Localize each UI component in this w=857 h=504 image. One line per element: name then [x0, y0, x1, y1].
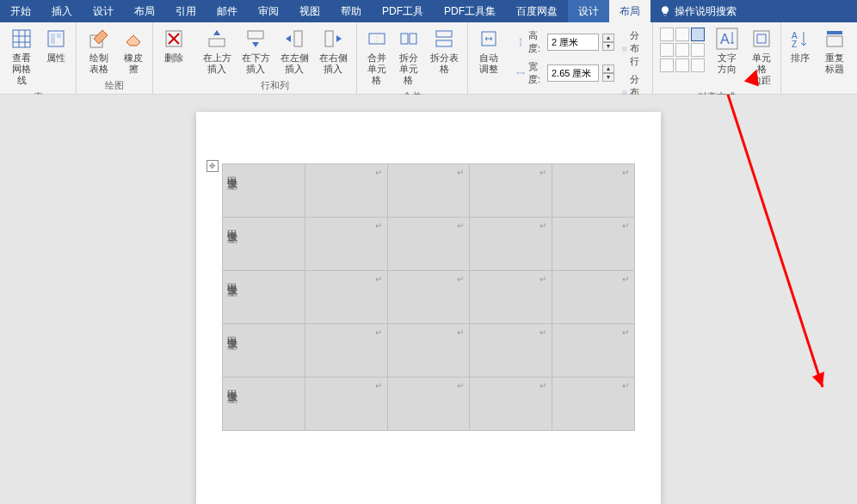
- align-mid-left[interactable]: [660, 43, 674, 57]
- document-table[interactable]: 甲虫课堂 ↵ ↵ ↵ ↵ 甲虫课堂 ↵ ↵ ↵ ↵ 甲虫课堂 ↵ ↵: [222, 163, 635, 431]
- tab-start[interactable]: 开始: [0, 0, 41, 22]
- autofit-button[interactable]: 自动调整: [472, 24, 506, 77]
- tab-table-design[interactable]: 设计: [568, 0, 609, 22]
- page: ✥ 甲虫课堂 ↵ ↵ ↵ ↵ 甲虫课堂 ↵ ↵ ↵ ↵ 甲虫课堂: [196, 112, 661, 504]
- merge-cells-button[interactable]: 合并 单元格: [361, 24, 392, 89]
- repeat-header-button[interactable]: 重复标题: [816, 24, 854, 77]
- split-table-button[interactable]: 拆分表格: [424, 24, 464, 77]
- table-cell[interactable]: ↵: [305, 164, 387, 218]
- tab-references[interactable]: 引用: [165, 0, 207, 22]
- table-cell[interactable]: ↵: [387, 324, 470, 378]
- document-area[interactable]: ✥ 甲虫课堂 ↵ ↵ ↵ ↵ 甲虫课堂 ↵ ↵ ↵ ↵ 甲虫课堂: [0, 95, 857, 504]
- properties-button[interactable]: 属性: [40, 24, 72, 66]
- insert-below-button[interactable]: 在下方插入: [237, 24, 275, 77]
- merge-icon: [365, 27, 389, 51]
- table-cell[interactable]: ↵: [552, 271, 635, 324]
- table-cell[interactable]: ↵: [470, 324, 552, 378]
- tab-review[interactable]: 审阅: [248, 0, 289, 22]
- table-cell[interactable]: ↵: [387, 164, 470, 218]
- draw-table-button[interactable]: 绘制表格: [80, 24, 118, 77]
- width-input[interactable]: [547, 65, 599, 82]
- view-gridlines-button[interactable]: 查看 网格线: [3, 24, 40, 89]
- table-cell[interactable]: ↵: [552, 164, 635, 218]
- align-bot-left[interactable]: [660, 58, 674, 72]
- align-bot-right[interactable]: [691, 58, 705, 72]
- table-cell[interactable]: 甲虫课堂: [223, 378, 305, 431]
- alignment-grid[interactable]: [657, 24, 708, 76]
- tab-baidu[interactable]: 百度网盘: [506, 0, 568, 22]
- svg-rect-12: [209, 39, 225, 46]
- table-cell[interactable]: 甲虫课堂: [223, 324, 305, 378]
- delete-button[interactable]: 删除: [157, 24, 191, 66]
- sort-button[interactable]: AZ 排序: [785, 24, 816, 66]
- split-cells-icon: [397, 27, 421, 51]
- insert-right-button[interactable]: 在右侧插入: [314, 24, 353, 77]
- align-top-left[interactable]: [660, 28, 674, 41]
- svg-rect-31: [754, 31, 769, 46]
- tab-view[interactable]: 视图: [289, 0, 330, 22]
- table-cell[interactable]: 甲虫课堂: [223, 164, 305, 218]
- table-cell[interactable]: ↵: [305, 271, 387, 324]
- split-cells-button[interactable]: 拆分 单元格: [392, 24, 424, 89]
- repeat-header-icon: [823, 27, 847, 51]
- table-cell[interactable]: ↵: [552, 378, 635, 431]
- insert-left-button[interactable]: 在左侧插入: [275, 24, 314, 77]
- svg-rect-18: [401, 34, 408, 44]
- table-cell[interactable]: ↵: [305, 324, 387, 378]
- svg-rect-15: [325, 31, 333, 46]
- table-cell[interactable]: ↵: [552, 218, 635, 271]
- table-cell[interactable]: 甲虫课堂: [223, 218, 305, 271]
- table-cell[interactable]: ↵: [470, 218, 552, 271]
- svg-rect-7: [57, 34, 61, 38]
- svg-rect-13: [248, 31, 263, 39]
- svg-rect-5: [48, 31, 64, 46]
- width-icon: [516, 67, 525, 79]
- cell-margins-button[interactable]: 单元格 边距: [746, 24, 777, 89]
- svg-rect-36: [827, 36, 842, 46]
- cell-margins-icon: [749, 27, 774, 51]
- tab-mailings[interactable]: 邮件: [207, 0, 248, 22]
- pencil-icon: [87, 27, 111, 51]
- height-stepper[interactable]: ▲▼: [602, 34, 614, 51]
- align-mid-center[interactable]: [675, 43, 689, 57]
- align-mid-right[interactable]: [691, 43, 705, 57]
- table-move-handle[interactable]: ✥: [207, 160, 219, 172]
- group-merge: 合并 单元格 拆分 单元格 拆分表格 合并: [357, 22, 468, 94]
- insert-above-button[interactable]: 在上方插入: [198, 24, 237, 77]
- tab-pdf-toolset[interactable]: PDF工具集: [434, 0, 506, 22]
- distribute-rows-button[interactable]: 分布行: [621, 29, 645, 68]
- tab-help[interactable]: 帮助: [330, 0, 372, 22]
- width-stepper[interactable]: ▲▼: [602, 65, 614, 82]
- table-cell[interactable]: ↵: [470, 164, 552, 218]
- table-row: 甲虫课堂 ↵ ↵ ↵ ↵: [223, 218, 635, 271]
- eraser-button[interactable]: 橡皮擦: [118, 24, 149, 77]
- eraser-icon: [121, 27, 145, 51]
- table-cell[interactable]: ↵: [305, 218, 387, 271]
- gridlines-icon: [9, 27, 34, 51]
- svg-rect-20: [436, 31, 452, 37]
- tab-pdf-tools[interactable]: PDF工具: [372, 0, 434, 22]
- align-bot-center[interactable]: [675, 58, 689, 72]
- table-cell[interactable]: ↵: [305, 378, 387, 431]
- properties-icon: [44, 27, 68, 51]
- text-direction-button[interactable]: A 文字方向: [708, 24, 746, 77]
- svg-rect-6: [51, 34, 55, 44]
- height-input[interactable]: [547, 34, 599, 51]
- table-cell[interactable]: ↵: [470, 271, 552, 324]
- table-cell[interactable]: ↵: [387, 378, 470, 431]
- table-row: 甲虫课堂 ↵ ↵ ↵ ↵: [223, 271, 635, 324]
- table-cell[interactable]: 甲虫课堂: [223, 271, 305, 324]
- tab-layout[interactable]: 布局: [124, 0, 165, 22]
- table-cell[interactable]: ↵: [470, 378, 552, 431]
- group-cell-size: 高度: ▲▼ 宽度: ▲▼ 分布行 分布列: [509, 22, 653, 94]
- group-autofit: 自动调整: [468, 22, 509, 94]
- tab-insert[interactable]: 插入: [41, 0, 83, 22]
- tell-me-search[interactable]: 操作说明搜索: [650, 4, 745, 19]
- table-cell[interactable]: ↵: [552, 324, 635, 378]
- tab-table-layout[interactable]: 布局: [609, 0, 650, 22]
- align-top-center[interactable]: [675, 28, 689, 41]
- align-top-right[interactable]: [691, 28, 705, 41]
- table-cell[interactable]: ↵: [387, 218, 470, 271]
- table-cell[interactable]: ↵: [387, 271, 470, 324]
- tab-design[interactable]: 设计: [83, 0, 124, 22]
